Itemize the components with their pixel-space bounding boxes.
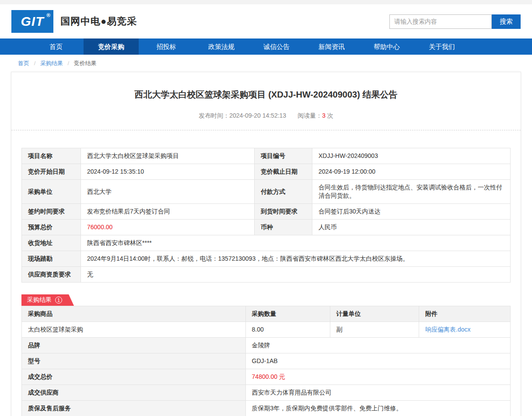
- search-input[interactable]: [389, 14, 492, 29]
- detail-value: GDJ-1AB: [245, 353, 510, 369]
- detail-label: 成交供应商: [22, 385, 246, 401]
- main-nav: 首页 竞价采购 招投标 政策法规 诚信公告 新闻资讯 帮助中心 关于我们: [0, 38, 532, 55]
- nav-item-bidding-procurement[interactable]: 竞价采购: [84, 38, 139, 55]
- info-value: 人民币: [312, 220, 511, 235]
- info-label: 付款方式: [255, 180, 312, 204]
- info-value: 2024-09-19 12:00:00: [312, 164, 511, 180]
- search-button[interactable]: 搜索: [492, 14, 521, 29]
- table-row: 成交供应商 西安市天力体育用品有限公司: [22, 385, 511, 401]
- result-table: 采购商品 采购数量 计量单位 附件 太白校区篮球架采购 8.00 副 响应偏离表…: [21, 306, 511, 416]
- column-header-attachment: 附件: [419, 306, 511, 322]
- table-row: 采购单位 西北大学 付款方式 合同生效后，待货物到达指定地点、安装调试验收合格后…: [22, 180, 511, 204]
- attachment-link[interactable]: 响应偏离表.docx: [425, 326, 470, 333]
- info-label: 项目编号: [255, 148, 312, 164]
- table-row: 竞价开始日期 2024-09-12 15:35:10 竞价截止日期 2024-0…: [22, 164, 511, 180]
- page-title: 西北大学太白校区篮球架采购项目 (XDJJ-HW-202409003) 结果公告: [21, 72, 511, 101]
- info-value: 发布竞价结果后7天内签订合同: [81, 204, 255, 220]
- detail-label: 质保及售后服务: [22, 401, 246, 416]
- info-value: 2024年9月14日14:00时，联系人：郝锐，电话：13572130093，地…: [81, 251, 511, 267]
- publish-time-value: 2024-09-20 14:52:13: [229, 112, 286, 119]
- nav-item-integrity-notices[interactable]: 诚信公告: [249, 38, 304, 55]
- info-value: 合同生效后，待货物到达指定地点、安装调试验收合格后，一次性付清合同货款。: [312, 180, 511, 204]
- product-quantity: 8.00: [245, 322, 330, 338]
- nav-item-help-center[interactable]: 帮助中心: [359, 38, 414, 55]
- info-value: 2024-09-12 15:35:10: [81, 164, 255, 180]
- table-header-row: 采购商品 采购数量 计量单位 附件: [22, 306, 511, 322]
- column-header-product: 采购商品: [22, 306, 246, 322]
- table-row: 型号 GDJ-1AB: [22, 353, 511, 369]
- budget-total-value: 76000.00: [81, 220, 255, 235]
- table-row: 签约时间要求 发布竞价结果后7天内签订合同 到货时间要求 合同签订后30天内送达: [22, 204, 511, 220]
- breadcrumb-home[interactable]: 首页: [18, 60, 29, 66]
- nav-item-home[interactable]: 首页: [28, 38, 84, 55]
- table-row: 质保及售后服务 质保期3年，质保期内免费提供零部件、免费上门维修。: [22, 401, 511, 416]
- info-label: 收货地址: [22, 235, 81, 251]
- brand-title: 国网中电●易竞采: [60, 15, 137, 28]
- table-row: 品牌 金陵牌: [22, 338, 511, 353]
- detail-label: 成交总价: [22, 369, 246, 385]
- publish-time-label: 发布时间：: [199, 112, 229, 119]
- nav-item-news[interactable]: 新闻资讯: [304, 38, 359, 55]
- product-name: 太白校区篮球架采购: [22, 322, 246, 338]
- nav-item-about-us[interactable]: 关于我们: [414, 38, 469, 55]
- detail-label: 品牌: [22, 338, 246, 353]
- table-row: 现场踏勘 2024年9月14日14:00时，联系人：郝锐，电话：13572130…: [22, 251, 511, 267]
- product-unit: 副: [330, 322, 419, 338]
- views-count: 3: [322, 112, 326, 119]
- detail-label: 型号: [22, 353, 246, 369]
- nav-item-tendering[interactable]: 招投标: [139, 38, 194, 55]
- info-label: 到货时间要求: [255, 204, 312, 220]
- info-label: 预算总价: [22, 220, 81, 235]
- nav-item-policies[interactable]: 政策法规: [194, 38, 249, 55]
- info-value: 陕西省西安市碑林区****: [81, 235, 511, 251]
- info-value: 西北大学: [81, 180, 255, 204]
- info-label: 币种: [255, 220, 312, 235]
- table-row: 预算总价 76000.00 币种 人民币: [22, 220, 511, 235]
- info-value: 西北大学太白校区篮球架采购项目: [81, 148, 255, 164]
- info-label: 签约时间要求: [22, 204, 81, 220]
- project-info-table: 项目名称 西北大学太白校区篮球架采购项目 项目编号 XDJJ-HW-202409…: [21, 148, 511, 283]
- result-badge-label: 采购结果: [27, 296, 52, 304]
- logo-text: GIT: [21, 14, 44, 29]
- info-label: 项目名称: [22, 148, 81, 164]
- table-row: 太白校区篮球架采购 8.00 副 响应偏离表.docx: [22, 322, 511, 338]
- detail-value: 西安市天力体育用品有限公司: [245, 385, 510, 401]
- views-unit: 次: [327, 112, 333, 119]
- breadcrumb: 首页 / 采购结果 / 竞价结果: [0, 55, 532, 72]
- table-row: 成交总价 74800.00 元: [22, 369, 511, 385]
- views-label: 阅读量：: [298, 112, 322, 119]
- breadcrumb-current: 竞价结果: [74, 60, 97, 66]
- breadcrumb-procurement-results[interactable]: 采购结果: [40, 60, 63, 66]
- breadcrumb-separator: /: [34, 60, 36, 66]
- dashed-divider: [11, 130, 521, 130]
- result-badge-number: 1: [55, 297, 62, 304]
- column-header-unit: 计量单位: [330, 306, 419, 322]
- site-header: GIT ® 国网中电●易竞采 搜索: [0, 4, 532, 38]
- column-header-quantity: 采购数量: [245, 306, 330, 322]
- result-badge: 采购结果 1: [21, 294, 74, 306]
- search-bar: 搜索: [389, 14, 521, 29]
- deal-total-price: 74800.00 元: [245, 369, 510, 385]
- table-row: 收货地址 陕西省西安市碑林区****: [22, 235, 511, 251]
- info-label: 现场踏勘: [22, 251, 81, 267]
- top-strip: [0, 0, 532, 4]
- registered-trademark-icon: ®: [46, 12, 51, 18]
- breadcrumb-separator: /: [68, 60, 70, 66]
- info-label: 供应商资质要求: [22, 267, 81, 283]
- detail-value: 金陵牌: [245, 338, 510, 353]
- procurement-result-section: 采购结果 1 采购商品 采购数量 计量单位 附件 太白校区篮球架采购 8.00 …: [21, 294, 511, 416]
- table-row: 供应商资质要求 无: [22, 267, 511, 283]
- info-label: 竞价截止日期: [255, 164, 312, 180]
- info-label: 采购单位: [22, 180, 81, 204]
- detail-value: 质保期3年，质保期内免费提供零部件、免费上门维修。: [245, 401, 510, 416]
- attachment-cell: 响应偏离表.docx: [419, 322, 511, 338]
- info-value: XDJJ-HW-202409003: [312, 148, 511, 164]
- info-value: 无: [81, 267, 511, 283]
- site-logo[interactable]: GIT ®: [11, 10, 53, 33]
- info-label: 竞价开始日期: [22, 164, 81, 180]
- info-value: 合同签订后30天内送达: [312, 204, 511, 220]
- article-meta: 发布时间：2024-09-20 14:52:13阅读量：3 次: [21, 112, 511, 120]
- table-row: 项目名称 西北大学太白校区篮球架采购项目 项目编号 XDJJ-HW-202409…: [22, 148, 511, 164]
- announcement-card: 西北大学太白校区篮球架采购项目 (XDJJ-HW-202409003) 结果公告…: [11, 72, 521, 416]
